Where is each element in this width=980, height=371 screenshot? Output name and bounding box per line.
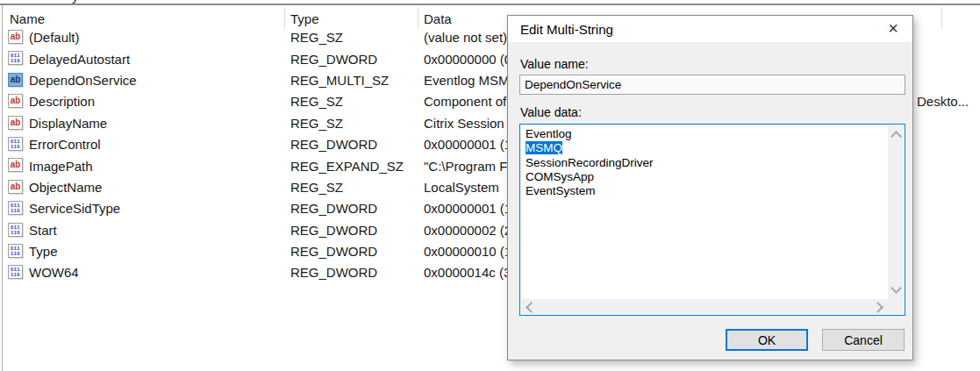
value-type-icon: ab — [8, 73, 23, 87]
close-icon[interactable]: × — [883, 18, 904, 39]
icon-glyph-line: 110 — [11, 251, 20, 256]
value-name-cell: ServiceSidType — [29, 201, 120, 216]
value-type-cell: REG_SZ — [290, 94, 343, 109]
value-name-cell: ErrorControl — [29, 137, 101, 152]
value-data-cell: "C:\Program Fi — [424, 158, 511, 173]
value-data-textarea-text[interactable]: EventlogMSMQSessionRecordingDriverCOMSys… — [521, 125, 888, 299]
value-data-textarea[interactable]: EventlogMSMQSessionRecordingDriverCOMSys… — [519, 124, 905, 316]
value-type-cell: REG_SZ — [290, 179, 343, 194]
value-data-cell: LocalSystem — [424, 179, 499, 194]
scroll-down-icon[interactable] — [891, 282, 902, 294]
value-type-icon: 011 110 — [8, 51, 23, 65]
value-type-cell: REG_DWORD — [290, 244, 377, 259]
scroll-up-icon[interactable] — [891, 131, 902, 142]
cancel-button[interactable]: Cancel — [822, 329, 905, 351]
value-type-icon: ab — [8, 30, 23, 44]
value-name-label: Value name: — [520, 57, 589, 71]
icon-glyph-line: ab — [11, 32, 21, 41]
icon-glyph-line: 110 — [11, 144, 20, 149]
value-data-overflow: Deskto... — [917, 94, 969, 109]
icon-glyph-line: 110 — [11, 208, 20, 213]
value-data-cell: 0x00000002 (2) — [424, 222, 516, 237]
value-data-cell: Citrix Session R — [424, 115, 518, 130]
horizontal-scrollbar[interactable] — [521, 299, 888, 314]
value-type-cell: REG_DWORD — [290, 201, 377, 216]
column-header-type[interactable]: Type — [290, 11, 319, 26]
icon-glyph-line: 110 — [11, 230, 20, 235]
value-name-cell: ImagePath — [29, 158, 93, 173]
value-data-cell: 0x00000001 (1) — [424, 137, 516, 152]
vertical-scrollbar[interactable] — [888, 125, 904, 299]
value-name-cell: ObjectName — [29, 179, 102, 194]
value-type-icon: 011 110 — [8, 137, 23, 151]
value-type-cell: REG_EXPAND_SZ — [290, 158, 404, 173]
column-header-data[interactable]: Data — [424, 11, 452, 26]
column-header-name[interactable]: Name — [10, 11, 45, 26]
value-name-cell: WOW64 — [29, 265, 79, 280]
value-type-icon: 011 110 — [8, 244, 23, 258]
value-type-icon: ab — [8, 116, 23, 130]
value-name-cell: DependOnService — [29, 72, 137, 87]
icon-glyph-line: ab — [11, 75, 21, 84]
multi-string-line[interactable]: Eventlog — [526, 127, 888, 141]
address-bar-clipped-text: y — [72, 0, 86, 4]
icon-glyph-line: 110 — [11, 272, 20, 277]
scroll-right-icon[interactable] — [872, 302, 883, 313]
dialog-title: Edit Multi-String — [520, 22, 613, 37]
value-type-cell: REG_DWORD — [290, 51, 377, 66]
value-name-input[interactable]: DependOnService — [519, 75, 905, 95]
multi-string-line[interactable]: MSMQ — [526, 141, 888, 155]
value-data-cell: (value not set) — [424, 30, 507, 45]
value-type-icon: 011 110 — [8, 201, 23, 215]
scrollbar-corner — [888, 299, 904, 314]
value-data-cell: 0x00000000 (0) — [424, 51, 516, 66]
value-type-icon: ab — [8, 94, 23, 108]
value-type-cell: REG_MULTI_SZ — [290, 72, 389, 87]
icon-glyph-line: ab — [11, 161, 21, 169]
value-name-cell: DisplayName — [29, 115, 107, 130]
multi-string-line[interactable]: SessionRecordingDriver — [526, 156, 888, 170]
value-data-label: Value data: — [520, 105, 582, 119]
icon-glyph-line: ab — [11, 118, 21, 127]
scroll-left-icon[interactable] — [526, 302, 537, 313]
value-type-icon: 011 110 — [8, 223, 23, 237]
multi-string-line[interactable]: EventSystem — [526, 184, 888, 198]
edit-multi-string-dialog: Edit Multi-String × Value name: DependOn… — [507, 15, 913, 360]
value-type-icon: ab — [8, 180, 23, 194]
value-type-cell: REG_SZ — [290, 30, 343, 45]
value-data-cell: Component of — [424, 94, 506, 109]
ok-button[interactable]: OK — [726, 329, 808, 351]
icon-glyph-line: ab — [11, 96, 21, 105]
value-type-cell: REG_DWORD — [290, 265, 377, 280]
value-type-cell: REG_SZ — [290, 115, 343, 130]
value-name-cell: Start — [29, 222, 57, 237]
value-type-cell: REG_DWORD — [290, 137, 377, 152]
regedit-window: y Name Type Data ab (Default) REG_SZ (va… — [0, 0, 980, 371]
value-name-cell: DelayedAutostart — [29, 51, 130, 66]
dialog-titlebar[interactable]: Edit Multi-String × — [508, 16, 912, 42]
icon-glyph-line: ab — [11, 182, 21, 191]
value-type-icon: 011 110 — [8, 265, 23, 279]
value-name-cell: Description — [29, 94, 95, 109]
value-data-cell: 0x00000001 (1) — [424, 201, 516, 216]
icon-glyph-line: 110 — [11, 58, 20, 63]
value-type-icon: ab — [8, 158, 23, 172]
value-type-cell: REG_DWORD — [290, 222, 377, 237]
value-name-cell: (Default) — [29, 30, 80, 45]
value-name-cell: Type — [29, 244, 58, 259]
multi-string-line[interactable]: COMSysApp — [526, 170, 888, 184]
